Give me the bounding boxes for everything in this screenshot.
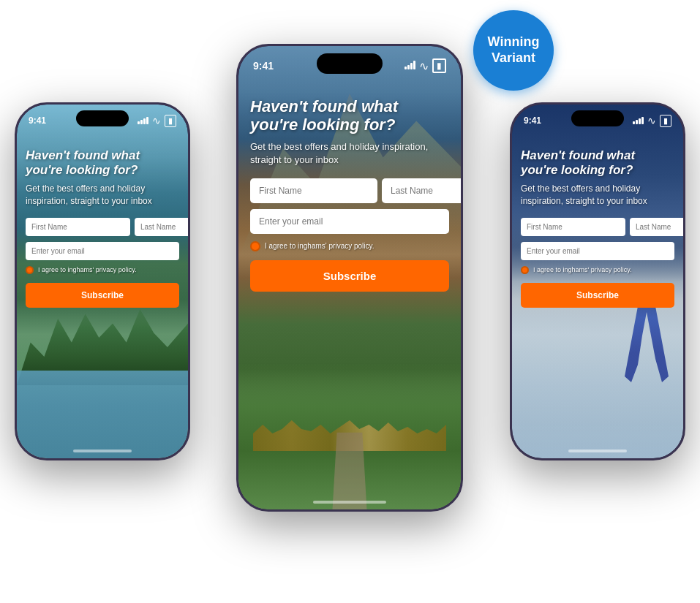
subscribe-btn-center[interactable]: Subscribe — [250, 260, 449, 292]
phone-right: 9:41 ∿ ▮ Haven't found what you're looki… — [510, 102, 685, 460]
dynamic-island-left — [76, 110, 129, 126]
privacy-checkbox-left[interactable] — [26, 266, 34, 274]
email-center[interactable] — [250, 209, 449, 234]
first-name-left[interactable] — [26, 218, 130, 236]
email-left[interactable] — [26, 242, 179, 260]
first-name-center[interactable] — [250, 178, 377, 203]
privacy-text-center: I agree to inghams' privacy policy. — [265, 242, 375, 250]
status-icons-right: ∿ ▮ — [633, 115, 671, 127]
last-name-right[interactable] — [630, 218, 683, 236]
privacy-checkbox-right[interactable] — [521, 266, 529, 274]
status-icons-center: ∿ ▮ — [404, 58, 446, 73]
dynamic-island-right — [571, 110, 624, 126]
headline-left: Haven't found what you're looking for? — [26, 148, 179, 177]
subtext-right: Get the best offers and holiday inspirat… — [521, 183, 674, 208]
last-name-center[interactable] — [382, 178, 461, 203]
privacy-checkbox-center[interactable] — [250, 241, 260, 251]
phone-center: 9:41 ∿ ▮ Haven't found what you're looki… — [236, 44, 463, 512]
battery-icon-right: ▮ — [660, 115, 671, 127]
winning-badge-line2: Variant — [492, 50, 535, 67]
wifi-icon-left: ∿ — [152, 115, 161, 126]
subtext-left: Get the best offers and holiday inspirat… — [26, 183, 179, 208]
home-indicator-right — [568, 450, 627, 452]
wifi-icon-center: ∿ — [419, 59, 429, 73]
email-right[interactable] — [521, 242, 674, 260]
privacy-text-right: I agree to inghams' privacy policy. — [533, 266, 632, 273]
name-row-left — [26, 218, 179, 236]
first-name-right[interactable] — [521, 218, 625, 236]
subscribe-btn-left[interactable]: Subscribe — [26, 283, 179, 308]
home-indicator-left — [73, 450, 132, 452]
form-left: I agree to inghams' privacy policy. Subs… — [26, 218, 179, 308]
subscribe-btn-right[interactable]: Subscribe — [521, 283, 674, 308]
phone-content-center: Haven't found what you're looking for? G… — [238, 46, 461, 509]
phone-content-right: Haven't found what you're looking for? G… — [512, 105, 683, 458]
time-right: 9:41 — [524, 115, 541, 126]
battery-icon-center: ▮ — [432, 58, 446, 73]
last-name-left[interactable] — [135, 218, 188, 236]
headline-center: Haven't found what you're looking for? — [250, 97, 449, 134]
phone-content-left: Haven't found what you're looking for? G… — [17, 105, 188, 458]
form-right: I agree to inghams' privacy policy. Subs… — [521, 218, 674, 308]
dynamic-island-center — [317, 53, 383, 74]
privacy-row-center: I agree to inghams' privacy policy. — [250, 241, 449, 251]
privacy-row-left: I agree to inghams' privacy policy. — [26, 266, 179, 274]
signal-center — [404, 62, 415, 69]
privacy-text-left: I agree to inghams' privacy policy. — [38, 266, 137, 273]
status-icons-left: ∿ ▮ — [138, 115, 176, 127]
scene: 9:41 ∿ ▮ Haven't found what you're looki… — [0, 0, 700, 603]
headline-right: Haven't found what you're looking for? — [521, 148, 674, 177]
signal-right — [633, 117, 644, 124]
winning-badge-line1: Winning — [488, 34, 540, 50]
name-row-center — [250, 178, 449, 203]
form-center: I agree to inghams' privacy policy. Subs… — [250, 178, 449, 292]
subtext-center: Get the best offers and holiday inspirat… — [250, 140, 449, 167]
winning-badge: Winning Variant — [473, 10, 554, 91]
battery-icon-left: ▮ — [165, 115, 176, 127]
time-left: 9:41 — [29, 115, 46, 126]
home-indicator-center — [313, 501, 386, 504]
wifi-icon-right: ∿ — [647, 115, 656, 126]
time-center: 9:41 — [253, 60, 274, 72]
phone-left: 9:41 ∿ ▮ Haven't found what you're looki… — [15, 102, 190, 460]
privacy-row-right: I agree to inghams' privacy policy. — [521, 266, 674, 274]
signal-left — [138, 117, 148, 124]
name-row-right — [521, 218, 674, 236]
